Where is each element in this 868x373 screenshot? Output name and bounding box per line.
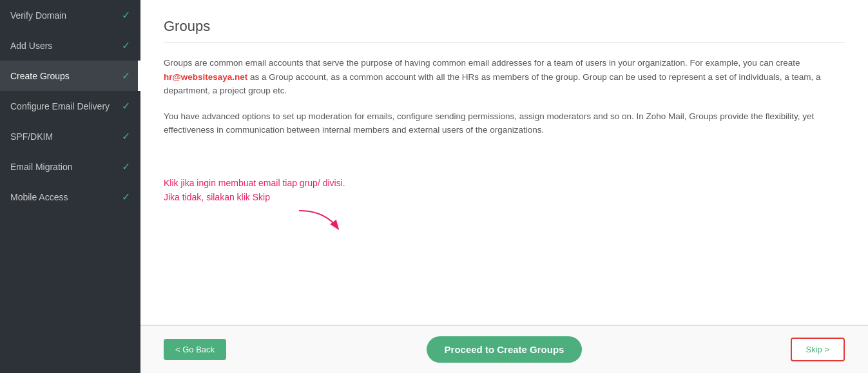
proceed-button[interactable]: Proceed to Create Groups (427, 336, 583, 363)
sidebar-item-email-migration[interactable]: Email Migration ✓ (0, 151, 140, 182)
annotation-line2: Jika tidak, silakan klik Skip (164, 192, 270, 202)
page-title: Groups (164, 18, 845, 43)
sidebar-item-spf-dkim[interactable]: SPF/DKIM ✓ (0, 121, 140, 151)
sidebar-item-mobile-access[interactable]: Mobile Access ✓ (0, 182, 140, 212)
description-2: You have advanced options to set up mode… (164, 110, 845, 137)
description-1-pre: Groups are common email accounts that se… (164, 58, 800, 68)
sidebar-item-label: Configure Email Delivery (10, 101, 110, 111)
sidebar-item-label: SPF/DKIM (10, 131, 53, 142)
sidebar-item-label: Create Groups (10, 71, 70, 81)
annotation-text: Klik jika ingin membuat email tiap grup/… (164, 176, 845, 205)
description-1: Groups are common email accounts that se… (164, 56, 845, 98)
sidebar-item-label: Mobile Access (10, 192, 68, 202)
annotation-line1: Klik jika ingin membuat email tiap grup/… (164, 178, 345, 188)
check-icon: ✓ (122, 9, 130, 21)
email-link[interactable]: hr@websitesaya.net (164, 72, 247, 82)
description-1-post: as a Group account, as a common account … (164, 72, 820, 96)
check-icon: ✓ (122, 100, 130, 112)
sidebar-item-verify-domain[interactable]: Verify Domain ✓ (0, 0, 140, 30)
sidebar: Verify Domain ✓ Add Users ✓ Create Group… (0, 0, 140, 373)
sidebar-item-label: Email Migration (10, 162, 72, 172)
go-back-button[interactable]: < Go Back (164, 339, 226, 360)
check-icon: ✓ (122, 160, 130, 173)
sidebar-item-label: Add Users (10, 41, 52, 51)
sidebar-item-configure-email-delivery[interactable]: Configure Email Delivery ✓ (0, 91, 140, 121)
check-icon: ✓ (122, 39, 130, 52)
sidebar-item-add-users[interactable]: Add Users ✓ (0, 30, 140, 61)
content-area: Groups Groups are common email accounts … (140, 0, 868, 325)
sidebar-item-label: Verify Domain (10, 10, 66, 21)
arrow-container (164, 207, 845, 233)
skip-button[interactable]: Skip > (791, 338, 845, 361)
check-icon: ✓ (122, 70, 130, 82)
check-icon: ✓ (122, 130, 130, 142)
footer-bar: < Go Back Proceed to Create Groups Skip … (140, 325, 868, 373)
arrow-icon (293, 207, 344, 233)
sidebar-item-create-groups[interactable]: Create Groups ✓ (0, 61, 140, 91)
main-content: Groups Groups are common email accounts … (140, 0, 868, 373)
check-icon: ✓ (122, 191, 130, 203)
